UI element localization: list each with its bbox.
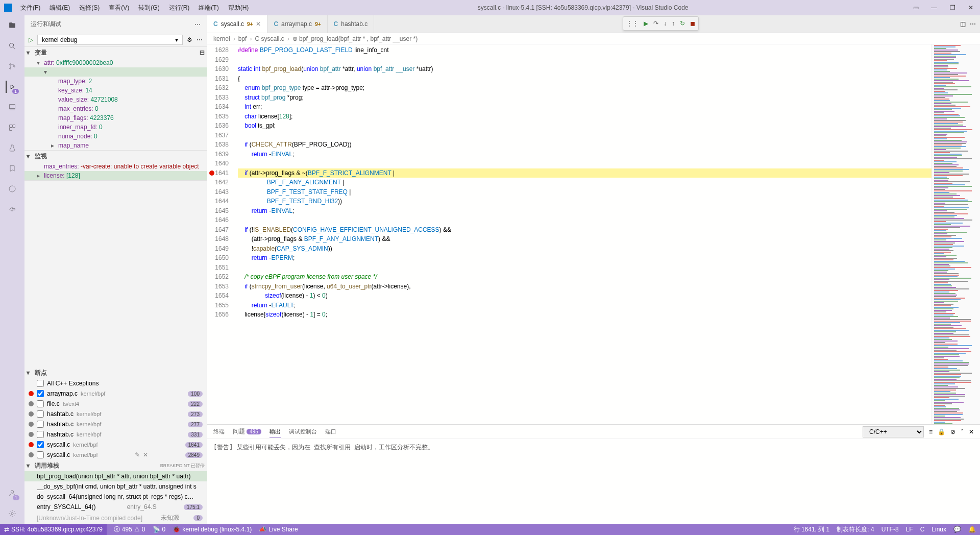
step-into-button[interactable]: ↓ [664,20,667,27]
ports-status[interactable]: 📡0 [153,526,166,533]
cursor-position[interactable]: 行 1641, 列 1 [794,525,830,534]
variables-section-header[interactable]: ▾变量⊟ [24,47,207,58]
close-button[interactable]: ✕ [966,4,976,11]
variable-row[interactable]: ▾ [24,67,207,77]
watch-row[interactable]: ▸license: [128] [24,171,207,180]
breakpoint-checkbox[interactable] [37,441,44,448]
close-tab-icon[interactable]: ✕ [256,20,261,28]
breakpoint-row[interactable]: file.cfs/ext4222 [24,399,207,409]
panel-tab-debug-console[interactable]: 调试控制台 [289,426,317,437]
clear-icon[interactable]: ⊘ [950,428,955,435]
menu-item[interactable]: 终端(T) [194,2,223,14]
breadcrumb-item[interactable]: C syscall.c [255,35,284,42]
notifications-icon[interactable]: 🔔 [968,525,976,534]
variable-row[interactable]: key_size: 14 [24,86,207,95]
output-channel-select[interactable]: C/C++ [863,426,924,437]
split-editor-icon[interactable]: ◫ [960,20,966,28]
editor-tab[interactable]: Chashtab.c [328,15,375,33]
callstack-frame[interactable]: do_syscall_64(unsigned long nr, struct p… [24,492,207,502]
collapse-icon[interactable]: ⊟ [200,49,205,56]
breakpoint-checkbox[interactable] [37,451,44,458]
variable-row[interactable]: value_size: 42721008 [24,95,207,104]
breakpoint-row[interactable]: hashtab.ckernel/bpf331 [24,429,207,440]
accounts-icon[interactable]: 1 [6,487,18,499]
eol[interactable]: LF [906,525,913,534]
problems-status[interactable]: ⓧ495⚠0 [114,525,145,534]
settings-icon[interactable] [6,507,18,520]
step-out-button[interactable]: ↑ [672,20,675,27]
variable-row[interactable]: max_entries: 0 [24,104,207,113]
restart-button[interactable]: ↻ [680,20,685,27]
encoding[interactable]: UTF-8 [881,525,899,534]
variable-row[interactable]: ▸map_name [24,141,207,150]
start-debug-button[interactable]: ▷ [29,36,33,43]
breakpoint-checkbox[interactable] [37,400,44,407]
panel-tab-output[interactable]: 输出 [270,426,281,438]
lock-icon[interactable]: 🔒 [938,428,945,435]
close-panel-icon[interactable]: ✕ [969,428,974,435]
callstack-frame[interactable]: bpf_prog_load(union bpf_attr * attr, uni… [24,471,207,481]
drag-handle-icon[interactable]: ⋮⋮ [626,20,639,27]
more-icon[interactable]: ⋯ [197,36,203,43]
breakpoint-checkbox[interactable] [37,421,44,428]
breadcrumb-item[interactable]: kernel [213,35,230,42]
feedback-icon[interactable]: 💬 [953,525,961,534]
liveshare-icon[interactable] [6,203,18,215]
os-indicator[interactable]: Linux [932,525,946,534]
breakpoint-checkbox[interactable] [37,431,44,438]
minimap[interactable] [932,44,980,424]
step-over-button[interactable]: ↷ [653,20,658,27]
watch-row[interactable]: max_entries: -var-create: unable to crea… [24,162,207,171]
breakpoint-row[interactable]: arraymap.ckernel/bpf100 [24,388,207,399]
watch-section-header[interactable]: ▾监视 [24,151,207,162]
bookmarks-icon[interactable] [6,162,18,175]
tab-size[interactable]: 制表符长度: 4 [837,525,874,534]
github-icon[interactable] [6,183,18,195]
code-editor[interactable]: #define BPF_PROG_LOAD_LAST_FIELD line_in… [238,44,932,424]
debug-status[interactable]: 🐞kernel debug (linux-5.4.1) [173,526,252,533]
explorer-icon[interactable] [6,19,18,32]
callstack-section-header[interactable]: ▾调用堆栈BREAKPOINT 已暂停 [24,460,207,471]
remote-explorer-icon[interactable] [6,101,18,113]
breakpoint-checkbox[interactable] [37,410,44,418]
breakpoints-section-header[interactable]: ▾断点 [24,367,207,378]
variable-row[interactable]: ▾attr: 0xffffc90000002bea0 [24,58,207,67]
panel-tab-problems[interactable]: 问题 495 [233,425,261,438]
language-mode[interactable]: C [920,525,925,534]
breakpoint-row[interactable]: hashtab.ckernel/bpf273 [24,409,207,419]
extensions-icon[interactable] [6,121,18,134]
breakpoint-row[interactable]: All C++ Exceptions [24,378,207,388]
gear-icon[interactable]: ⚙ [187,36,192,43]
maximize-button[interactable]: ❐ [947,4,958,11]
breakpoint-glyph-icon[interactable] [209,171,214,176]
menu-item[interactable]: 转到(G) [134,2,163,14]
remove-icon[interactable]: ✕ [143,451,148,458]
remote-indicator[interactable]: ⇄SSH: 4o5u583369.qicp.vip:42379 [0,524,107,535]
breakpoint-row[interactable]: hashtab.ckernel/bpf277 [24,419,207,429]
filter-icon[interactable]: ≡ [929,428,933,435]
variable-row[interactable]: map_flags: 4223376 [24,113,207,123]
breadcrumb-item[interactable]: bpf [238,35,247,42]
layout-icon[interactable]: ▭ [913,4,919,11]
liveshare-status[interactable]: 📣Live Share [259,526,298,533]
panel-output[interactable]: [警告] 某些引用可能丢失，因为在 查找所有引用 启动时，工作区分析不完整。 [207,439,980,524]
run-debug-icon[interactable]: 1 [6,81,18,93]
breadcrumb[interactable]: kernel›bpf›C syscall.c›⊕ bpf_prog_load(b… [207,33,980,44]
menu-item[interactable]: 查看(V) [105,2,133,14]
callstack-frame[interactable]: __do_sys_bpf(int cmd, union bpf_attr * u… [24,481,207,492]
variable-row[interactable]: inner_map_fd: 0 [24,123,207,132]
panel-tab-terminal[interactable]: 终端 [213,426,225,437]
debug-config-select[interactable]: kernel debug▾ [37,35,183,45]
more-icon[interactable]: ⋯ [970,20,976,28]
chevron-up-icon[interactable]: ˄ [961,428,964,435]
edit-icon[interactable]: ✎ [135,451,140,458]
test-icon[interactable] [6,142,18,154]
callstack-frame[interactable]: entry_SYSCALL_64()entry_64.S175:1 [24,502,207,512]
menu-item[interactable]: 运行(R) [165,2,194,14]
menu-item[interactable]: 帮助(H) [224,2,253,14]
breadcrumb-item[interactable]: ⊕ bpf_prog_load(bpf_attr * , bpf_attr __… [292,35,418,42]
breakpoint-row[interactable]: syscall.ckernel/bpf✎✕2849 [24,450,207,460]
source-control-icon[interactable] [6,60,18,72]
menu-item[interactable]: 文件(F) [16,2,44,14]
variable-row[interactable]: map_type: 2 [24,77,207,86]
